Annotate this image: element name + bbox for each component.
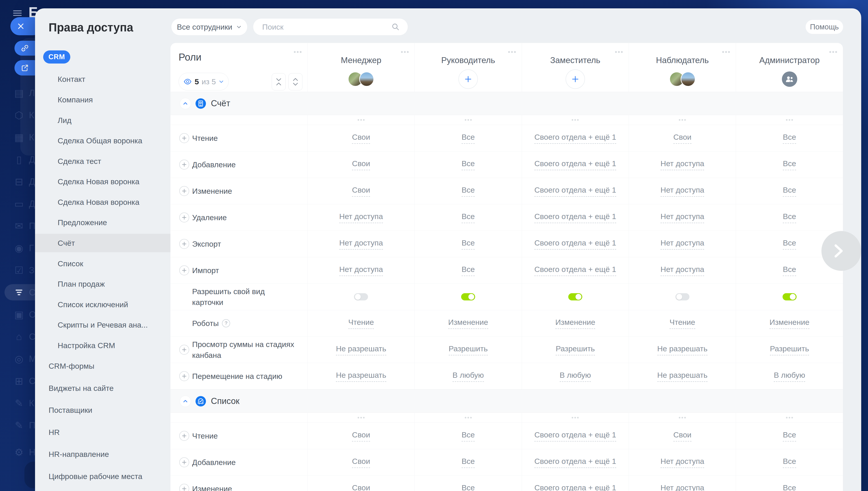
sidebar-item-18[interactable]: HR	[49, 424, 60, 440]
sidebar-item-13[interactable]: Скрипты и Речевая ана...	[58, 317, 148, 333]
add-permission-icon[interactable]	[179, 457, 189, 467]
permission-value[interactable]: Не разрешать	[657, 344, 708, 355]
permission-value[interactable]: Нет доступа	[660, 159, 704, 170]
sidebar-item-2[interactable]: Компания	[58, 91, 93, 108]
permission-value[interactable]: Свои	[352, 430, 370, 441]
cell-menu-icon[interactable]	[679, 119, 686, 121]
permission-value[interactable]: Свои	[674, 430, 691, 441]
employee-filter-dropdown[interactable]: Все сотрудники	[171, 18, 247, 35]
permission-value[interactable]: Не разрешать	[336, 344, 386, 355]
add-permission-icon[interactable]	[179, 371, 189, 381]
add-employee-button[interactable]	[458, 69, 478, 89]
permission-value[interactable]: Своего отдела + ещё 1	[534, 457, 616, 468]
permission-value[interactable]: Все	[461, 185, 475, 197]
permission-value[interactable]: Своего отдела + ещё 1	[534, 212, 616, 223]
section-collapse-button[interactable]	[180, 98, 191, 109]
sidebar-item-1[interactable]: Контакт	[58, 71, 85, 87]
permission-value[interactable]: Нет доступа	[660, 265, 704, 276]
permission-value[interactable]: Своего отдела + ещё 1	[534, 483, 616, 491]
permission-value[interactable]: Чтение	[348, 318, 374, 329]
permission-value[interactable]: Изменение	[556, 318, 595, 329]
permission-value[interactable]: Своего отдела + ещё 1	[534, 185, 616, 197]
permission-value[interactable]: Своего отдела + ещё 1	[534, 133, 616, 144]
role-menu-icon[interactable]	[615, 51, 623, 53]
role-menu-icon[interactable]	[829, 51, 837, 53]
sidebar-item-5[interactable]: Сделка тест	[58, 153, 101, 169]
add-permission-icon[interactable]	[179, 186, 189, 196]
permission-value[interactable]: Нет доступа	[660, 483, 704, 491]
menu-icon[interactable]	[13, 10, 22, 16]
permission-value[interactable]: Нет доступа	[339, 212, 383, 223]
cell-menu-icon[interactable]	[465, 119, 472, 121]
permission-value[interactable]: Все	[783, 430, 796, 441]
role-menu-icon[interactable]	[722, 51, 730, 53]
permission-value[interactable]: Все	[783, 185, 796, 197]
crm-section-badge[interactable]: CRM	[43, 50, 70, 63]
sidebar-item-12[interactable]: Список исключений	[58, 296, 128, 313]
cell-menu-icon[interactable]	[786, 417, 793, 418]
sidebar-item-14[interactable]: Настройка CRM	[58, 337, 115, 353]
permission-value[interactable]: В любую	[452, 371, 484, 382]
add-permission-icon[interactable]	[179, 484, 189, 491]
permission-value[interactable]: Свои	[352, 133, 370, 144]
permission-value[interactable]: Все	[461, 133, 475, 144]
add-permission-icon[interactable]	[179, 133, 189, 143]
permission-value[interactable]: Все	[461, 457, 475, 468]
permission-value[interactable]: Свои	[352, 159, 370, 170]
sidebar-item-6[interactable]: Сделка Новая воронка	[58, 173, 140, 190]
permission-value[interactable]: Не разрешать	[336, 371, 386, 382]
sidebar-item-16[interactable]: Виджеты на сайте	[49, 380, 114, 396]
permission-value[interactable]: Нет доступа	[660, 185, 704, 197]
permission-value[interactable]: Все	[783, 265, 796, 276]
permission-value[interactable]: Изменение	[448, 318, 488, 329]
permission-value[interactable]: Все	[461, 159, 475, 170]
permission-toggle[interactable]	[783, 293, 797, 300]
permission-value[interactable]: Все	[783, 483, 796, 491]
permission-toggle[interactable]	[676, 293, 689, 300]
permission-value[interactable]: Своего отдела + ещё 1	[534, 159, 616, 170]
cell-menu-icon[interactable]	[572, 417, 579, 418]
permission-value[interactable]: Все	[461, 265, 475, 276]
help-button[interactable]: Помощь	[806, 20, 843, 34]
sidebar-item-3[interactable]: Лид	[58, 112, 71, 128]
permission-value[interactable]: Свои	[352, 185, 370, 197]
permission-value[interactable]: Все	[783, 457, 796, 468]
permission-value[interactable]: Все	[783, 238, 796, 250]
cell-menu-icon[interactable]	[358, 417, 365, 418]
permission-value[interactable]: Нет доступа	[660, 238, 704, 250]
roles-menu-icon[interactable]	[294, 51, 302, 53]
sidebar-item-19[interactable]: HR-направление	[49, 446, 109, 462]
permission-value[interactable]: Нет доступа	[660, 457, 704, 468]
permission-value[interactable]: Своего отдела + ещё 1	[534, 265, 616, 276]
permission-value[interactable]: Разрешить	[556, 344, 595, 355]
role-menu-icon[interactable]	[508, 51, 516, 53]
sidebar-item-20[interactable]: Цифровые рабочие места	[49, 468, 142, 485]
permission-value[interactable]: Свои	[352, 483, 370, 491]
add-permission-icon[interactable]	[179, 212, 189, 223]
cell-menu-icon[interactable]	[786, 119, 793, 121]
help-icon[interactable]: ?	[222, 319, 230, 327]
permission-value[interactable]: В любую	[774, 371, 805, 382]
sidebar-item-9[interactable]: Счёт	[58, 235, 75, 251]
permission-value[interactable]: Свои	[674, 133, 691, 144]
cell-menu-icon[interactable]	[572, 119, 579, 121]
collapse-all-button[interactable]	[272, 73, 286, 90]
permission-value[interactable]: Нет доступа	[339, 238, 383, 250]
expand-sort-button[interactable]	[289, 73, 302, 90]
permission-value[interactable]: Нет доступа	[339, 265, 383, 276]
sidebar-item-8[interactable]: Предложение	[58, 214, 107, 231]
permission-value[interactable]: Чтение	[669, 318, 695, 329]
add-permission-icon[interactable]	[179, 431, 189, 441]
permission-value[interactable]: Все	[461, 238, 475, 250]
permission-value[interactable]: Все	[461, 212, 475, 223]
sidebar-item-7[interactable]: Сделка Новая воронка	[58, 194, 140, 210]
role-menu-icon[interactable]	[401, 51, 409, 53]
add-permission-icon[interactable]	[179, 239, 189, 249]
scroll-right-button[interactable]	[821, 231, 861, 271]
add-employee-button[interactable]	[566, 69, 585, 89]
permission-toggle[interactable]	[354, 293, 368, 300]
permission-value[interactable]: Разрешить	[449, 344, 488, 355]
permission-value[interactable]: Не разрешать	[657, 371, 708, 382]
permission-value[interactable]: Все	[461, 430, 475, 441]
permission-value[interactable]: Все	[461, 483, 475, 491]
